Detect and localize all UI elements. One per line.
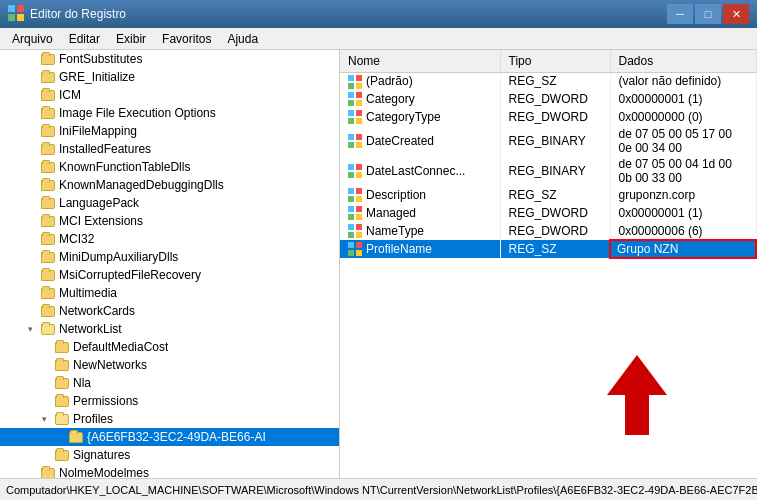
tree-item[interactable]: Image File Execution Options: [0, 104, 339, 122]
folder-icon: [40, 52, 56, 66]
tree-item-label: Image File Execution Options: [59, 106, 216, 120]
tree-item[interactable]: MiniDumpAuxiliaryDlls: [0, 248, 339, 266]
col-tipo[interactable]: Tipo: [500, 50, 610, 72]
table-row[interactable]: DateCreatedREG_BINARYde 07 05 00 05 17 0…: [340, 126, 756, 156]
reg-icon: [348, 224, 362, 238]
arrow-indicator: [607, 355, 667, 438]
table-row[interactable]: DescriptionREG_SZgruponzn.corp: [340, 186, 756, 204]
svg-rect-27: [356, 196, 362, 202]
reg-icon: [348, 188, 362, 202]
tree-item[interactable]: MCI32: [0, 230, 339, 248]
value-name: (Padrão): [340, 72, 500, 90]
table-row[interactable]: CategoryREG_DWORD0x00000001 (1): [340, 90, 756, 108]
folder-icon: [40, 160, 56, 174]
minimize-button[interactable]: ─: [667, 4, 693, 24]
tree-arrow-icon: ▾: [42, 414, 54, 424]
svg-rect-7: [356, 83, 362, 89]
value-type: REG_SZ: [500, 72, 610, 90]
main-container: FontSubstitutesGRE_InitializeICMImage Fi…: [0, 50, 757, 478]
menu-editar[interactable]: Editar: [61, 30, 108, 48]
title-bar-title: Editor do Registro: [30, 7, 126, 21]
tree-item[interactable]: ▾Profiles: [0, 410, 339, 428]
tree-item[interactable]: Multimedia: [0, 284, 339, 302]
folder-icon: [40, 304, 56, 318]
tree-item[interactable]: InstalledFeatures: [0, 140, 339, 158]
folder-icon: [40, 232, 56, 246]
tree-item-label: MCI Extensions: [59, 214, 143, 228]
value-name: NameType: [340, 222, 500, 240]
value-data: gruponzn.corp: [610, 186, 756, 204]
tree-item[interactable]: DefaultMediaCost: [0, 338, 339, 356]
menu-favoritos[interactable]: Favoritos: [154, 30, 219, 48]
tree-item-label: NetworkCards: [59, 304, 135, 318]
svg-rect-30: [348, 214, 354, 220]
tree-item-label: NewNetworks: [73, 358, 147, 372]
tree-item-label: DefaultMediaCost: [73, 340, 168, 354]
tree-item-label: MiniDumpAuxiliaryDlls: [59, 250, 178, 264]
values-panel[interactable]: Nome Tipo Dados (Padrão)REG_SZ(valor não…: [340, 50, 757, 259]
svg-rect-10: [348, 100, 354, 106]
tree-item-label: Nla: [73, 376, 91, 390]
tree-item[interactable]: MCI Extensions: [0, 212, 339, 230]
tree-item-label: LanguagePack: [59, 196, 139, 210]
tree-item[interactable]: Signatures: [0, 446, 339, 464]
tree-item[interactable]: NetworkCards: [0, 302, 339, 320]
maximize-button[interactable]: □: [695, 4, 721, 24]
menu-ajuda[interactable]: Ajuda: [219, 30, 266, 48]
svg-rect-1: [17, 5, 24, 12]
title-bar-controls: ─ □ ✕: [667, 4, 749, 24]
col-nome[interactable]: Nome: [340, 50, 500, 72]
folder-icon: [40, 106, 56, 120]
close-button[interactable]: ✕: [723, 4, 749, 24]
tree-item[interactable]: NolmeModelmes: [0, 464, 339, 478]
svg-rect-2: [8, 14, 15, 21]
col-dados[interactable]: Dados: [610, 50, 756, 72]
reg-icon: [348, 92, 362, 106]
tree-item[interactable]: {A6E6FB32-3EC2-49DA-BE66-AI: [0, 428, 339, 446]
value-type: REG_DWORD: [500, 222, 610, 240]
table-row[interactable]: ProfileNameREG_SZGrupo NZN: [340, 240, 756, 258]
menu-exibir[interactable]: Exibir: [108, 30, 154, 48]
table-row[interactable]: ManagedREG_DWORD0x00000001 (1): [340, 204, 756, 222]
tree-item[interactable]: MsiCorruptedFileRecovery: [0, 266, 339, 284]
status-bar: Computador\HKEY_LOCAL_MACHINE\SOFTWARE\M…: [0, 478, 757, 500]
tree-item-label: KnownFunctionTableDlls: [59, 160, 190, 174]
table-row[interactable]: (Padrão)REG_SZ(valor não definido): [340, 72, 756, 90]
tree-item[interactable]: KnownManagedDebuggingDlls: [0, 176, 339, 194]
tree-item[interactable]: LanguagePack: [0, 194, 339, 212]
table-row[interactable]: CategoryTypeREG_DWORD0x00000000 (0): [340, 108, 756, 126]
tree-item-label: {A6E6FB32-3EC2-49DA-BE66-AI: [87, 430, 266, 444]
value-type: REG_SZ: [500, 186, 610, 204]
svg-rect-26: [348, 196, 354, 202]
tree-item[interactable]: Permissions: [0, 392, 339, 410]
tree-item[interactable]: ▾NetworkList: [0, 320, 339, 338]
value-type: REG_SZ: [500, 240, 610, 258]
tree-item[interactable]: GRE_Initialize: [0, 68, 339, 86]
tree-item-label: Profiles: [73, 412, 113, 426]
tree-item-label: KnownManagedDebuggingDlls: [59, 178, 224, 192]
svg-rect-39: [356, 250, 362, 256]
svg-rect-22: [348, 172, 354, 178]
tree-item[interactable]: ICM: [0, 86, 339, 104]
value-data: 0x00000006 (6): [610, 222, 756, 240]
value-name: DateLastConnec...: [340, 156, 500, 186]
value-data: (valor não definido): [610, 72, 756, 90]
value-data: 0x00000000 (0): [610, 108, 756, 126]
table-row[interactable]: NameTypeREG_DWORD0x00000006 (6): [340, 222, 756, 240]
tree-item-label: FontSubstitutes: [59, 52, 142, 66]
tree-item[interactable]: KnownFunctionTableDlls: [0, 158, 339, 176]
menu-arquivo[interactable]: Arquivo: [4, 30, 61, 48]
folder-icon: [68, 430, 84, 444]
table-row[interactable]: DateLastConnec...REG_BINARYde 07 05 00 0…: [340, 156, 756, 186]
folder-icon: [54, 394, 70, 408]
folder-icon: [54, 448, 70, 462]
tree-item[interactable]: IniFileMapping: [0, 122, 339, 140]
title-bar-left: Editor do Registro: [8, 5, 126, 24]
tree-arrow-icon: ▾: [28, 324, 40, 334]
tree-panel[interactable]: FontSubstitutesGRE_InitializeICMImage Fi…: [0, 50, 340, 478]
folder-icon: [40, 124, 56, 138]
tree-item[interactable]: FontSubstitutes: [0, 50, 339, 68]
tree-item[interactable]: Nla: [0, 374, 339, 392]
svg-rect-14: [348, 118, 354, 124]
tree-item[interactable]: NewNetworks: [0, 356, 339, 374]
